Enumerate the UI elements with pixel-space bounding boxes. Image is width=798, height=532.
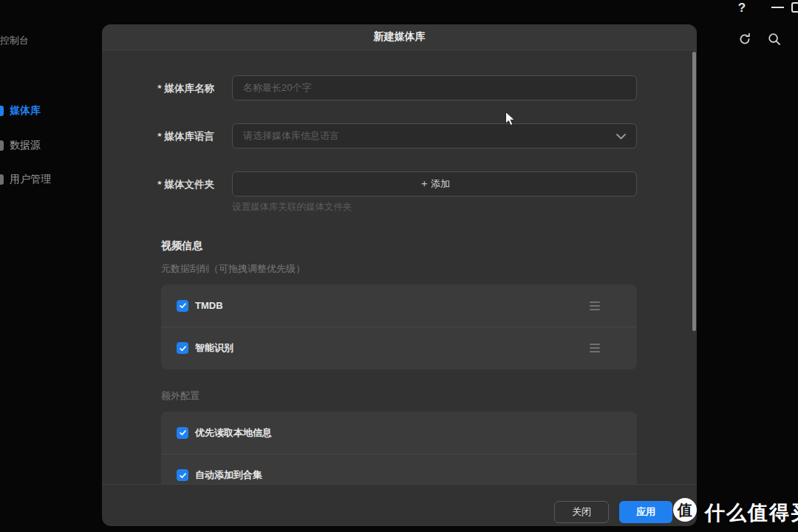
apply-button[interactable]: 应用 [619,501,672,523]
media-folder-label: *媒体文件夹 [102,178,214,191]
media-folder-helper-text: 设置媒体库关联的媒体文件夹 [232,201,352,214]
sidebar-item-label: 数据源 [10,139,41,152]
scraper-list-panel: TMDB 智能识别 [161,284,637,369]
minimize-icon[interactable] [771,7,784,8]
sidebar-item-data-source[interactable]: 数据源 [0,139,41,152]
metadata-scraper-subtitle: 元数据刮削（可拖拽调整优先级） [161,262,305,276]
data-source-icon [0,140,4,151]
help-icon[interactable]: ? [735,1,748,16]
dialog-title: 新建媒体库 [374,30,426,44]
media-library-name-label: *媒体库名称 [102,82,214,95]
input-placeholder: 名称最长20个字 [243,81,311,95]
dialog-header: 新建媒体库 [102,24,697,50]
option-row-prefer-local-info[interactable]: 优先读取本地信息 [161,412,637,454]
sidebar-item-label: 用户管理 [10,173,51,186]
search-icon[interactable] [767,32,782,47]
add-folder-button-label: 添加 [431,177,450,191]
smzdm-watermark-text: 什么值得买 [705,499,798,526]
option-label: 优先读取本地信息 [195,426,272,440]
checkbox-checked[interactable] [177,342,188,354]
scraper-label: TMDB [195,300,223,311]
new-media-library-dialog: 新建媒体库 *媒体库名称 名称最长20个字 *媒体库语言 请选择媒体库信息语言 … [102,24,697,526]
checkbox-checked[interactable] [177,427,188,439]
checkbox-checked[interactable] [177,469,188,481]
required-asterisk: * [157,131,161,142]
drag-handle-icon[interactable] [590,301,600,310]
chevron-down-icon [616,134,626,140]
user-management-icon [0,174,4,185]
extra-options-panel: 优先读取本地信息 自动添加到合集 [161,412,637,484]
add-folder-button[interactable]: ＋ 添加 [232,171,637,197]
option-label: 自动添加到合集 [195,468,262,482]
sidebar-item-media-library[interactable]: 媒体库 [0,104,41,117]
plus-icon: ＋ [419,177,429,191]
scraper-label: 智能识别 [195,341,233,355]
option-row-auto-add-to-collection[interactable]: 自动添加到合集 [161,454,637,484]
dialog-footer: 关闭 应用 [102,484,697,526]
sidebar-item-user-management[interactable]: 用户管理 [0,173,51,186]
required-asterisk: * [157,179,161,190]
select-placeholder: 请选择媒体库信息语言 [243,129,339,143]
checkbox-checked[interactable] [177,300,188,312]
smzdm-logo-badge: 值 [673,498,697,522]
maximize-icon[interactable] [791,2,798,13]
dialog-scrollbar[interactable] [692,52,696,331]
refresh-icon[interactable] [737,32,752,47]
mouse-cursor [505,112,518,128]
media-library-language-select[interactable]: 请选择媒体库信息语言 [232,123,637,149]
required-asterisk: * [157,83,161,94]
close-button[interactable]: 关闭 [554,501,609,523]
app-root: 控制台 媒体库 数据源 用户管理 ? 新建媒体库 *媒体库名称 名称最长20个字 [0,0,798,532]
media-library-icon [0,106,4,116]
video-info-section-title: 视频信息 [161,239,202,253]
extra-config-section-title: 额外配置 [161,389,200,403]
scraper-row-tmdb[interactable]: TMDB [161,284,637,327]
drag-handle-icon[interactable] [590,344,600,352]
scraper-row-smart-recognition[interactable]: 智能识别 [161,327,637,369]
sidebar-item-label: 媒体库 [10,104,41,117]
media-library-name-input[interactable]: 名称最长20个字 [232,75,637,100]
console-label: 控制台 [0,34,29,47]
media-library-language-label: *媒体库语言 [102,130,214,143]
